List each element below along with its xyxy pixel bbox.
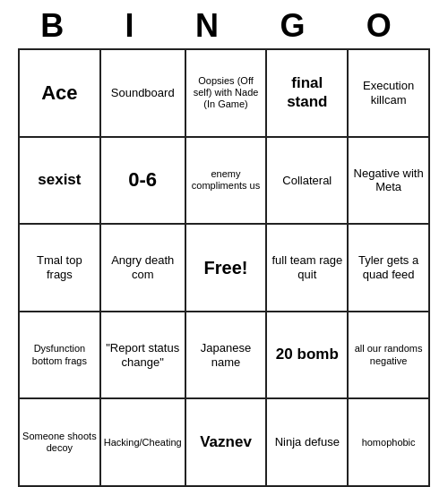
bingo-cell: 0-6 (101, 138, 186, 226)
bingo-grid: AceSoundboardOopsies (Off self) with Nad… (18, 48, 430, 487)
bingo-cell: 20 bomb (267, 312, 349, 400)
bingo-cell: Soundboard (101, 50, 186, 138)
bingo-cell: "Report status change" (101, 312, 186, 400)
bingo-cell: Negative with Meta (349, 138, 430, 226)
title-i: I (125, 7, 151, 45)
bingo-title: B I N G O (18, 0, 430, 48)
title-o: O (366, 7, 408, 45)
bingo-cell: Tyler gets a quad feed (349, 225, 430, 312)
title-g: G (280, 7, 321, 45)
bingo-cell: Dysfunction bottom frags (20, 312, 101, 400)
bingo-cell: full team rage quit (267, 225, 349, 312)
bingo-cell: homophobic (349, 399, 430, 487)
bingo-cell: Execution killcam (349, 50, 430, 138)
bingo-cell: Vaznev (186, 399, 268, 487)
bingo-cell: final stand (267, 50, 349, 138)
bingo-cell: Free! (186, 225, 268, 312)
title-n: N (195, 7, 235, 45)
bingo-cell: sexist (20, 138, 101, 226)
bingo-cell: Collateral (267, 138, 349, 226)
bingo-cell: Ace (20, 50, 101, 138)
bingo-cell: all our randoms negative (349, 312, 430, 400)
bingo-cell: enemy compliments us (186, 138, 268, 226)
bingo-cell: Ninja defuse (267, 399, 349, 487)
bingo-cell: Hacking/Cheating (101, 399, 186, 487)
bingo-cell: Someone shoots decoy (20, 399, 101, 487)
bingo-cell: Tmal top frags (20, 225, 101, 312)
bingo-cell: Oopsies (Off self) with Nade (In Game) (186, 50, 268, 138)
bingo-cell: Japanese name (186, 312, 268, 400)
title-b: B (40, 7, 80, 45)
bingo-cell: Angry death com (101, 225, 186, 312)
